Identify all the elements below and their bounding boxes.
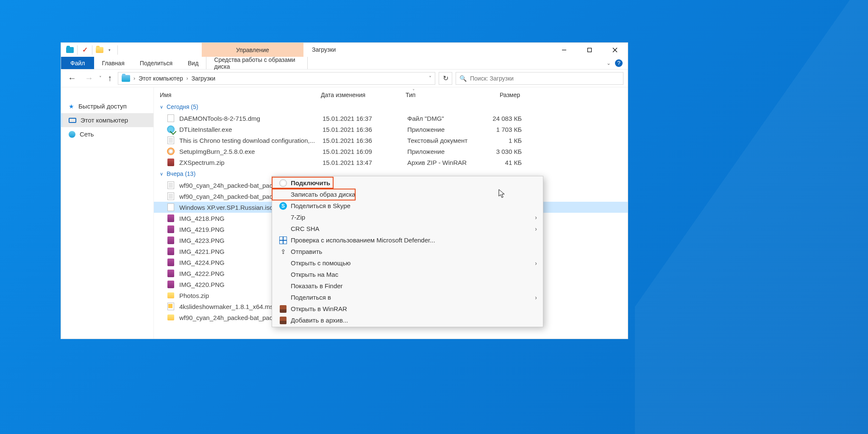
up-button[interactable]: ↑ bbox=[105, 73, 114, 83]
col-type[interactable]: Тип bbox=[406, 92, 478, 98]
blank-file-icon bbox=[167, 203, 175, 211]
minimize-button[interactable] bbox=[551, 43, 577, 57]
file-row[interactable]: ZXSpectrum.zip 15.01.2021 13:47 Архив ZI… bbox=[154, 157, 628, 168]
menu-item-label: Проверка с использованием Microsoft Defe… bbox=[291, 236, 435, 244]
context-menu-item[interactable]: Открыть на Mac bbox=[272, 269, 543, 280]
nav-this-pc[interactable]: Этот компьютер bbox=[61, 113, 153, 127]
crumb-this-pc[interactable]: Этот компьютер bbox=[139, 75, 183, 82]
context-menu: Подключить Записать образ диска S Подели… bbox=[272, 176, 543, 327]
refresh-button[interactable]: ↻ bbox=[439, 72, 452, 85]
address-dropdown-icon[interactable]: ˅ bbox=[429, 75, 431, 81]
col-date[interactable]: Дата изменения bbox=[321, 92, 406, 98]
history-dropdown-icon[interactable]: ˅ bbox=[99, 75, 102, 81]
title-bar: ✓ ▾ Управление Загрузки bbox=[61, 43, 628, 57]
file-row[interactable]: This is Chrono testing download configur… bbox=[154, 135, 628, 146]
file-row[interactable]: DTLiteInstaller.exe 15.01.2021 16:36 При… bbox=[154, 124, 628, 135]
file-size: 24 083 КБ bbox=[479, 115, 522, 122]
new-folder-icon[interactable] bbox=[96, 46, 103, 54]
chevron-down-icon: ∨ bbox=[160, 171, 163, 177]
window-title: Загрузки bbox=[312, 43, 336, 57]
yz-file-icon bbox=[167, 313, 175, 322]
forward-button[interactable]: → bbox=[82, 73, 96, 83]
back-button[interactable]: ← bbox=[65, 73, 79, 83]
crumb-downloads[interactable]: Загрузки bbox=[192, 75, 215, 82]
chevron-right-icon: › bbox=[535, 260, 537, 267]
png-file-icon bbox=[167, 258, 175, 267]
menu-item-icon: ⇪ bbox=[278, 248, 288, 256]
monitor-icon bbox=[69, 118, 76, 123]
ribbon-tab-disc-tools[interactable]: Средства работы с образами диска bbox=[206, 57, 308, 69]
file-type: Архив ZIP - WinRAR bbox=[407, 159, 479, 166]
help-icon[interactable]: ? bbox=[615, 59, 623, 67]
ribbon-expand-icon[interactable]: ⌄ bbox=[606, 60, 611, 66]
qat-separator bbox=[77, 45, 78, 55]
file-row[interactable]: SetupImgBurn_2.5.8.0.exe 15.01.2021 16:0… bbox=[154, 146, 628, 157]
context-menu-item[interactable]: ⇪ Отправить bbox=[272, 246, 543, 257]
context-menu-item[interactable]: Открыть в WinRAR bbox=[272, 303, 543, 314]
file-size: 3 030 КБ bbox=[479, 148, 522, 155]
address-bar[interactable]: › Этот компьютер › Загрузки ˅ bbox=[118, 72, 435, 85]
maximize-button[interactable] bbox=[577, 43, 602, 57]
blank-file-icon bbox=[167, 114, 175, 122]
txt-file-icon bbox=[167, 181, 175, 189]
file-date: 15.01.2021 16:36 bbox=[323, 137, 407, 144]
menu-item-icon bbox=[278, 236, 288, 244]
context-menu-item[interactable]: Проверка с использованием Microsoft Defe… bbox=[272, 234, 543, 246]
group-label: Сегодня (5) bbox=[167, 103, 198, 110]
context-menu-item[interactable]: CRC SHA › bbox=[272, 223, 543, 234]
menu-item-icon bbox=[278, 305, 288, 313]
ribbon-tab-home[interactable]: Главная bbox=[94, 57, 132, 69]
file-name: ZXSpectrum.zip bbox=[179, 159, 323, 166]
menu-item-label: Открыть с помощью bbox=[291, 259, 351, 267]
file-type: Приложение bbox=[407, 126, 479, 133]
ribbon-tab-view[interactable]: Вид bbox=[180, 57, 206, 69]
png-file-icon bbox=[167, 214, 175, 223]
context-menu-item[interactable]: Записать образ диска bbox=[272, 189, 543, 200]
crumb-sep-icon: › bbox=[186, 75, 188, 81]
file-size: 1 703 КБ bbox=[479, 126, 522, 133]
context-menu-item[interactable]: Добавить в архив... bbox=[272, 314, 543, 326]
context-menu-item[interactable]: S Поделиться в Skype bbox=[272, 200, 543, 211]
ribbon-file-tab[interactable]: Файл bbox=[61, 57, 94, 69]
close-button[interactable] bbox=[602, 43, 628, 57]
png-file-icon bbox=[167, 280, 175, 289]
context-menu-item[interactable]: Открыть с помощью › bbox=[272, 257, 543, 269]
menu-item-label: Открыть на Mac bbox=[291, 271, 338, 278]
search-input[interactable] bbox=[470, 75, 620, 82]
yz-file-icon bbox=[167, 291, 175, 300]
file-name: DAEMONTools-8-2-715.dmg bbox=[179, 115, 323, 122]
chevron-down-icon: ∨ bbox=[160, 104, 163, 110]
search-icon: 🔍 bbox=[459, 75, 467, 82]
file-date: 15.01.2021 16:37 bbox=[323, 115, 407, 122]
context-menu-item[interactable]: Подключить bbox=[272, 177, 543, 189]
menu-item-label: Поделиться в bbox=[291, 294, 331, 301]
menu-item-label: Показать в Finder bbox=[291, 282, 343, 289]
chevron-right-icon: › bbox=[535, 294, 537, 301]
search-box[interactable]: 🔍 bbox=[456, 72, 623, 85]
context-menu-item[interactable]: Показать в Finder bbox=[272, 280, 543, 292]
context-menu-item[interactable]: 7-Zip › bbox=[272, 211, 543, 223]
txt-file-icon bbox=[167, 192, 175, 200]
network-icon bbox=[69, 131, 75, 138]
file-size: 1 КБ bbox=[479, 137, 522, 144]
sort-indicator-icon: ˅ bbox=[412, 89, 415, 94]
group-today[interactable]: ∨ Сегодня (5) bbox=[154, 101, 628, 113]
location-icon bbox=[122, 75, 130, 82]
col-size[interactable]: Размер bbox=[478, 92, 520, 98]
file-type: Текстовый документ bbox=[407, 137, 479, 144]
file-row[interactable]: DAEMONTools-8-2-715.dmg 15.01.2021 16:37… bbox=[154, 113, 628, 124]
nav-buttons: ← → ˅ ↑ bbox=[65, 73, 114, 83]
menu-item-icon: S bbox=[278, 202, 288, 210]
chevron-right-icon: › bbox=[535, 225, 537, 232]
nav-quick-access[interactable]: ★ Быстрый доступ bbox=[61, 99, 153, 113]
nav-network[interactable]: Сеть bbox=[61, 127, 153, 141]
context-menu-item[interactable]: Поделиться в › bbox=[272, 292, 543, 303]
png-file-icon bbox=[167, 269, 175, 278]
ribbon-tab-share[interactable]: Поделиться bbox=[132, 57, 180, 69]
png-file-icon bbox=[167, 247, 175, 256]
properties-icon[interactable]: ✓ bbox=[81, 46, 89, 54]
col-name[interactable]: Имя bbox=[160, 92, 321, 98]
menu-item-label: CRC SHA bbox=[291, 225, 320, 232]
navigation-pane: ★ Быстрый доступ Этот компьютер Сеть bbox=[61, 87, 154, 339]
qat-dropdown-icon[interactable]: ▾ bbox=[105, 48, 114, 52]
